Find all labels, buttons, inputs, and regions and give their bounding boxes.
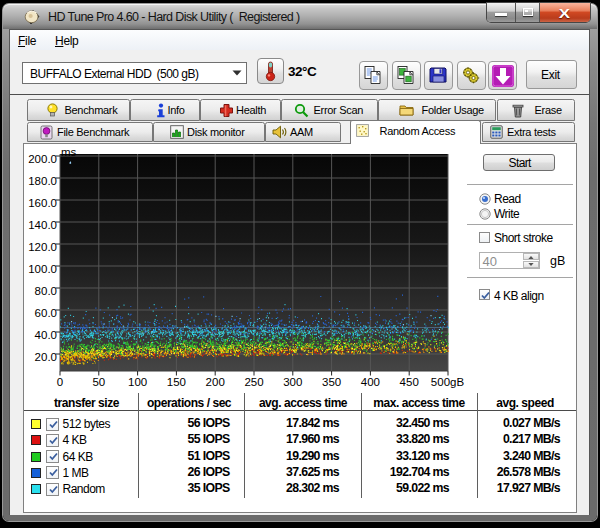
- svg-text:0: 0: [57, 376, 63, 388]
- svg-text:450: 450: [400, 376, 419, 388]
- svg-text:500gB: 500gB: [431, 376, 465, 388]
- svg-text:100: 100: [128, 376, 147, 388]
- svg-text:80.0: 80.0: [35, 285, 57, 297]
- svg-text:250: 250: [244, 376, 263, 388]
- svg-text:160.0: 160.0: [28, 197, 57, 209]
- svg-text:400: 400: [361, 376, 380, 388]
- svg-text:140.0: 140.0: [28, 219, 57, 231]
- svg-text:180.0: 180.0: [28, 175, 57, 187]
- svg-text:20.0: 20.0: [35, 351, 57, 363]
- svg-text:40.0: 40.0: [35, 329, 57, 341]
- svg-text:120.0: 120.0: [28, 241, 57, 253]
- svg-text:50: 50: [92, 376, 105, 388]
- svg-text:200.0: 200.0: [28, 153, 57, 165]
- svg-text:150: 150: [167, 376, 186, 388]
- svg-text:350: 350: [322, 376, 341, 388]
- svg-text:100.0: 100.0: [28, 263, 57, 275]
- svg-text:200: 200: [206, 376, 225, 388]
- svg-text:300: 300: [283, 376, 302, 388]
- svg-text:60.0: 60.0: [35, 307, 57, 319]
- svg-text:ms: ms: [61, 146, 77, 158]
